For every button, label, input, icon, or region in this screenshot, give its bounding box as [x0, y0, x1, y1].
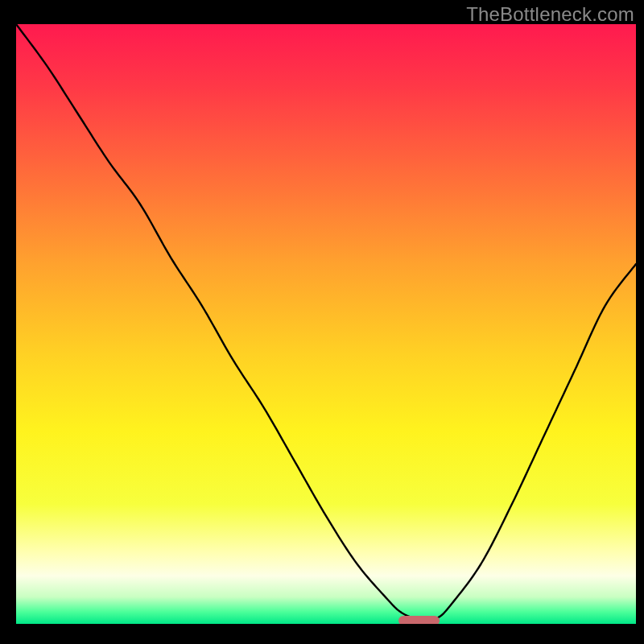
chart-frame: TheBottleneck.com [0, 0, 644, 644]
watermark-label: TheBottleneck.com [466, 3, 634, 26]
bottleneck-curve [16, 24, 636, 624]
plot-area [16, 24, 636, 624]
optimum-marker [398, 616, 440, 624]
